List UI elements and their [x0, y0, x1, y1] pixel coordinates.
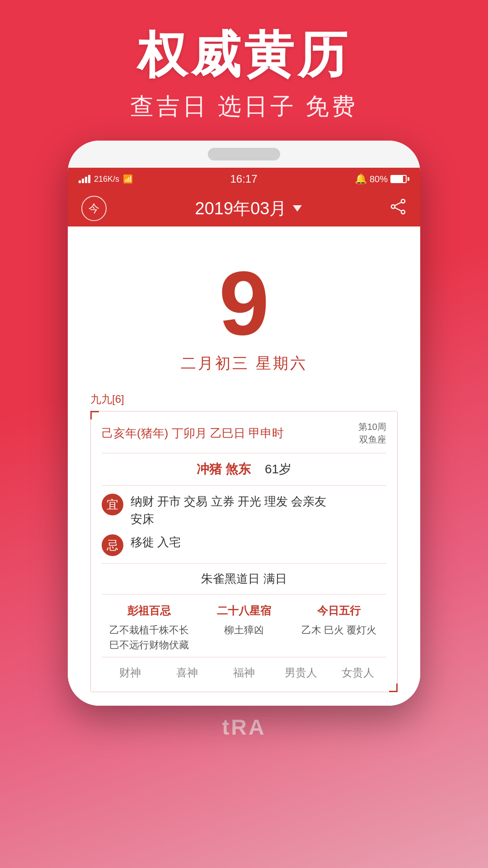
black-day-row: 朱雀黑道日 满日	[102, 564, 386, 594]
yi-text: 纳财 开市 交易 立券 开光 理发 会亲友安床	[131, 493, 386, 528]
ganzhi-text: 己亥年(猪年) 丁卯月 乙巳日 甲申时	[102, 425, 284, 441]
day-number: 9	[86, 258, 402, 349]
info-card: 己亥年(猪年) 丁卯月 乙巳日 甲申时 第10周 双鱼座 冲猪 煞东 61岁 宜	[90, 411, 398, 692]
status-bar: 216K/s 📶 16:17 🔔 80%	[68, 168, 420, 190]
week-text: 第10周	[358, 420, 386, 433]
phone-top-area	[68, 141, 420, 168]
footer-label-1: 喜神	[159, 665, 216, 680]
network-speed: 216K/s	[94, 175, 119, 184]
day-lunar: 二月初三 星期六	[86, 353, 402, 374]
svg-line-4	[395, 208, 401, 211]
wuxing-title: 今日五行	[291, 604, 386, 618]
footer-label-2: 福神	[216, 665, 272, 680]
ganzhi-row: 己亥年(猪年) 丁卯月 乙巳日 甲申时 第10周 双鱼座	[102, 420, 386, 453]
phone-frame: 216K/s 📶 16:17 🔔 80% 今 2019年03月	[68, 141, 420, 706]
yi-row: 宜 纳财 开市 交易 立券 开光 理发 会亲友安床	[102, 493, 386, 528]
jiu-label: 九九[6]	[90, 392, 398, 406]
svg-line-3	[395, 203, 401, 206]
star-title: 二十八星宿	[197, 604, 291, 618]
svg-point-1	[391, 205, 395, 208]
yi-ji-section: 宜 纳财 开市 交易 立券 开光 理发 会亲友安床 忌 移徙 入宅	[102, 486, 386, 564]
dropdown-arrow-icon	[293, 205, 302, 212]
ji-row: 忌 移徙 入宅	[102, 533, 386, 556]
app-header: 今 2019年03月	[68, 190, 420, 226]
day-display: 9 二月初三 星期六	[86, 245, 402, 378]
footer-label-4: 女贵人	[329, 665, 386, 680]
zodiac-text: 双鱼座	[358, 433, 386, 446]
promo-title: 权威黄历	[0, 27, 488, 82]
share-button[interactable]	[390, 198, 407, 218]
yi-badge: 宜	[102, 494, 123, 515]
wuxing-content: 乙木 巳火 覆灯火	[291, 623, 386, 637]
today-button[interactable]: 今	[81, 196, 107, 221]
pengzu-section: 彭祖百忌 乙不栽植千株不长巳不远行财物伏藏	[102, 604, 197, 652]
month-title[interactable]: 2019年03月	[195, 197, 302, 220]
tra-text: tRA	[222, 715, 266, 740]
alarm-icon: 🔔	[355, 173, 367, 185]
pengzu-content: 乙不栽植千株不长巳不远行财物伏藏	[102, 623, 197, 652]
star-content: 柳土獐凶	[197, 623, 291, 637]
status-right: 🔔 80%	[355, 173, 409, 185]
calendar-body: 9 二月初三 星期六 九九[6] 己亥年(猪年) 丁卯月 乙巳日 甲申时 第10…	[68, 226, 420, 706]
pengzu-title: 彭祖百忌	[102, 604, 197, 618]
share-icon	[390, 198, 407, 215]
footer-label-3: 男贵人	[272, 665, 329, 680]
status-time: 16:17	[230, 173, 257, 185]
month-title-text: 2019年03月	[195, 197, 287, 220]
battery-icon	[390, 175, 409, 183]
week-zodiac: 第10周 双鱼座	[358, 420, 386, 446]
info-section: 九九[6] 己亥年(猪年) 丁卯月 乙巳日 甲申时 第10周 双鱼座 冲猪 煞东…	[86, 392, 402, 692]
signal-icon	[79, 175, 90, 183]
status-left: 216K/s 📶	[79, 174, 133, 184]
wuxing-section: 今日五行 乙木 巳火 覆灯火	[291, 604, 386, 652]
wifi-icon: 📶	[123, 174, 133, 184]
ji-badge: 忌	[102, 534, 123, 556]
star-section: 二十八星宿 柳土獐凶	[197, 604, 291, 652]
promo-subtitle: 查吉日 选日子 免费	[0, 91, 488, 123]
chong-row: 冲猪 煞东 61岁	[102, 453, 386, 486]
footer-label-0: 财神	[102, 665, 159, 680]
chong-text: 冲猪 煞东	[197, 462, 251, 476]
three-cols: 彭祖百忌 乙不栽植千株不长巳不远行财物伏藏 二十八星宿 柳土獐凶 今日五行 乙木…	[102, 594, 386, 657]
phone-speaker	[208, 148, 280, 160]
svg-point-2	[401, 210, 405, 214]
promo-section: 权威黄历 查吉日 选日子 免费	[0, 0, 488, 141]
svg-point-0	[401, 199, 405, 203]
today-label: 今	[89, 201, 99, 216]
battery-percent: 80%	[370, 174, 388, 184]
age-text: 61岁	[265, 462, 291, 476]
ji-text: 移徙 入宅	[131, 533, 386, 551]
bottom-area: tRA	[0, 706, 488, 740]
footer-labels: 财神 喜神 福神 男贵人 女贵人	[102, 657, 386, 683]
